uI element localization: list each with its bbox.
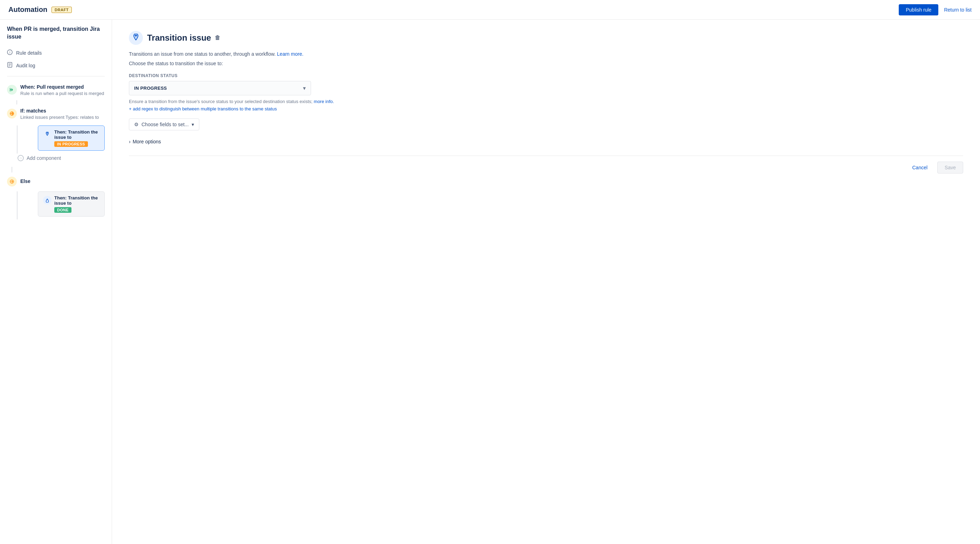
then-else-content: Then: Transition the issue to DONE [54,195,99,213]
panel-actions: Cancel Save [129,156,963,174]
delete-icon[interactable]: 🗑 [215,35,220,41]
svg-text:i: i [10,51,10,54]
panel-icon-wrap [129,31,143,45]
trigger-content: When: Pull request merged Rule is run wh… [20,84,105,97]
then-else-status: DONE [54,207,72,213]
panel-subtext: Choose the status to transition the issu… [129,61,963,66]
condition-icon-wrap [7,108,17,118]
sidebar-item-audit-log[interactable]: Audit log [0,59,112,72]
more-info-link[interactable]: more info. [314,99,334,104]
then-else-icon-wrap [43,196,51,204]
helper-text: Ensure a transition from the issue's sou… [129,99,346,104]
connector-line-2 [7,167,112,172]
connector-line-1 [11,100,112,104]
rule-title: When PR is merged, transition Jira issue [0,25,112,46]
chevron-right-icon: › [129,139,130,144]
chevron-down-icon: ▾ [303,85,306,91]
then-true-wrapper: Then: Transition the issue to IN PROGRES… [17,126,112,153]
main-layout: When PR is merged, transition Jira issue… [0,20,980,544]
add-component[interactable]: ○ Add component [18,155,112,161]
panel-description: Transitions an issue from one status to … [129,51,963,58]
then-else-indent: Then: Transition the issue to DONE [18,191,112,219]
then-true-content: Then: Transition the issue to IN PROGRES… [54,129,99,147]
main-content: Transition issue 🗑 Transitions an issue … [112,20,980,544]
return-to-list-button[interactable]: Return to list [944,7,972,13]
then-true-status: IN PROGRESS [54,141,88,147]
add-component-circle: ○ [18,155,24,161]
then-true-icon-wrap [43,130,51,139]
add-component-label: Add component [27,155,61,161]
destination-status-value: IN PROGRESS [134,86,167,91]
sidebar-item-audit-log-label: Audit log [16,63,35,69]
top-header: Automation DRAFT Publish rule Return to … [0,0,980,20]
condition-title: If: matches [20,108,105,113]
draft-badge: DRAFT [51,6,72,13]
condition-desc: Linked issues present Types: relates to [20,114,105,121]
gear-icon: ⚙ [134,121,139,127]
panel-title: Transition issue 🗑 [147,33,220,43]
then-true-item[interactable]: Then: Transition the issue to IN PROGRES… [38,126,105,151]
then-true-indent: Then: Transition the issue to IN PROGRES… [18,126,112,153]
destination-status-select[interactable]: IN PROGRESS ▾ [129,81,311,95]
then-else-item[interactable]: Then: Transition the issue to DONE [38,191,105,217]
publish-rule-button[interactable]: Publish rule [899,4,938,16]
panel-header: Transition issue 🗑 [129,31,963,45]
sidebar-item-rule-details-label: Rule details [16,50,42,56]
audit-log-icon [7,62,13,69]
app-title: Automation [8,6,47,14]
trigger-flow-item[interactable]: When: Pull request merged Rule is run wh… [0,81,112,100]
chevron-down-small-icon: ▾ [192,121,194,127]
destination-status-label: Destination status [129,73,963,78]
save-button[interactable]: Save [937,161,963,174]
choose-fields-button[interactable]: ⚙ Choose fields to set... ▾ [129,118,199,131]
trigger-title: When: Pull request merged [20,84,105,90]
more-options[interactable]: › More options [129,139,963,144]
condition-content: If: matches Linked issues present Types:… [20,108,105,121]
then-true-title: Then: Transition the issue to [54,129,99,140]
sidebar: When PR is merged, transition Jira issue… [0,20,112,544]
trigger-desc: Rule is run when a pull request is merge… [20,91,105,97]
regex-link[interactable]: + add regex to distinguish between multi… [129,106,963,112]
then-else-wrapper: Then: Transition the issue to DONE [17,191,112,219]
rule-details-icon: i [7,49,13,56]
trigger-icon-wrap [7,85,17,95]
header-left: Automation DRAFT [8,6,72,14]
sidebar-item-rule-details[interactable]: i Rule details [0,46,112,59]
condition-flow-item[interactable]: If: matches Linked issues present Types:… [0,104,112,124]
sidebar-divider [7,76,105,77]
then-else-title: Then: Transition the issue to [54,195,99,206]
header-right: Publish rule Return to list [899,4,972,16]
else-label: Else [20,179,30,184]
else-section[interactable]: Else [0,172,112,190]
else-icon-wrap [7,177,17,187]
learn-more-link[interactable]: Learn more. [277,51,303,57]
cancel-button[interactable]: Cancel [907,161,933,174]
